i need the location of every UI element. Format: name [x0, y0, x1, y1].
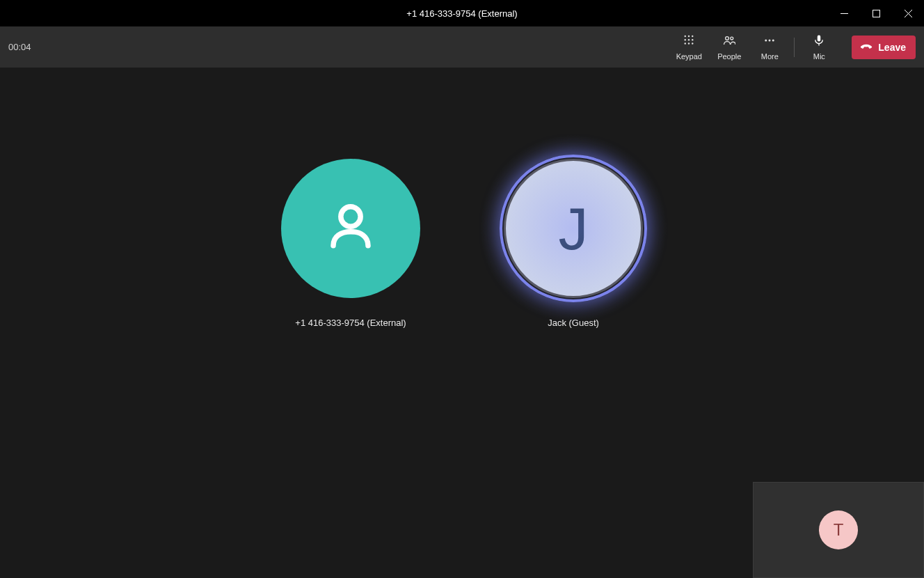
participant-jack[interactable]: J Jack (Guest) — [483, 159, 664, 578]
call-stage: +1 416-333-9754 (External) J Jack (Guest… — [0, 68, 924, 578]
svg-point-7 — [685, 39, 686, 40]
svg-point-4 — [685, 35, 686, 36]
self-avatar: T — [819, 510, 858, 549]
avatar-external — [281, 159, 420, 298]
title-bar: +1 416-333-9754 (External) — [0, 0, 924, 26]
svg-point-17 — [772, 39, 774, 41]
svg-point-11 — [688, 42, 690, 44]
mic-label: Mic — [813, 52, 825, 61]
participant-external[interactable]: +1 416-333-9754 (External) — [260, 159, 441, 578]
keypad-button[interactable]: Keypad — [669, 26, 709, 68]
svg-rect-1 — [873, 10, 879, 17]
people-label: People — [717, 52, 741, 61]
leave-label: Leave — [878, 42, 906, 53]
svg-point-13 — [726, 36, 729, 40]
svg-point-10 — [685, 42, 686, 44]
speaking-ring — [500, 155, 647, 302]
mic-button[interactable]: Mic — [799, 26, 839, 68]
svg-point-6 — [692, 35, 693, 36]
window-minimize-button[interactable] — [828, 0, 860, 26]
window-title: +1 416-333-9754 (External) — [406, 8, 517, 19]
leave-button[interactable]: Leave — [852, 36, 916, 59]
svg-point-16 — [769, 39, 771, 41]
window-maximize-button[interactable] — [860, 0, 892, 26]
svg-point-15 — [765, 39, 767, 41]
toolbar-divider — [794, 38, 795, 57]
people-button[interactable]: People — [709, 26, 749, 68]
svg-point-8 — [688, 39, 690, 40]
participant-name: Jack (Guest) — [548, 318, 599, 328]
self-preview[interactable]: T — [753, 482, 924, 578]
svg-point-14 — [731, 37, 733, 40]
participant-name: +1 416-333-9754 (External) — [295, 318, 406, 328]
window-close-button[interactable] — [892, 0, 924, 26]
svg-point-12 — [692, 42, 693, 44]
keypad-icon — [683, 34, 695, 48]
keypad-label: Keypad — [676, 52, 702, 61]
call-timer: 00:04 — [8, 42, 31, 52]
window-controls — [828, 0, 924, 26]
call-toolbar: 00:04 Keypad People More Mic Leave — [0, 26, 924, 68]
svg-rect-18 — [818, 35, 821, 41]
more-icon — [763, 34, 776, 48]
hangup-icon — [860, 40, 873, 54]
more-button[interactable]: More — [749, 26, 790, 68]
people-icon — [723, 34, 735, 48]
person-icon — [316, 192, 385, 265]
svg-point-5 — [688, 35, 690, 36]
more-label: More — [761, 52, 779, 61]
mic-icon — [813, 34, 825, 48]
participants-container: +1 416-333-9754 (External) J Jack (Guest… — [260, 159, 664, 578]
svg-point-20 — [341, 207, 360, 226]
svg-point-9 — [692, 39, 693, 40]
avatar-speaking: J — [504, 159, 643, 298]
